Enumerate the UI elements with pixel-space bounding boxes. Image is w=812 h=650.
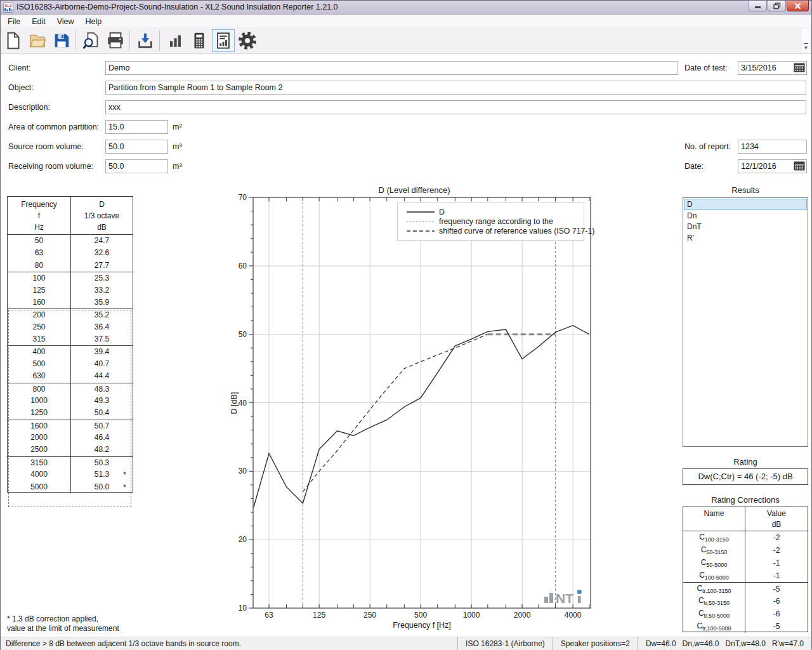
level-cell: 37.5 bbox=[71, 333, 133, 345]
toolbar-calculator-button[interactable] bbox=[188, 29, 211, 52]
receiving-volume-input[interactable] bbox=[105, 159, 168, 173]
toolbar-export-button[interactable] bbox=[134, 29, 157, 52]
svg-text:40: 40 bbox=[239, 399, 247, 408]
freq-header-line: Frequency bbox=[8, 199, 70, 210]
freq-row-315: 31537.5 bbox=[8, 333, 133, 345]
object-input[interactable] bbox=[105, 81, 806, 95]
bar-chart-icon bbox=[166, 31, 185, 50]
close-button[interactable] bbox=[787, 1, 809, 11]
corr-header-unit: dB bbox=[745, 519, 808, 530]
description-input[interactable] bbox=[105, 100, 806, 114]
results-listbox[interactable]: DDnDnTR' bbox=[683, 197, 808, 447]
svg-text:20: 20 bbox=[239, 535, 247, 544]
level-cell: 39.4 bbox=[71, 346, 133, 357]
result-item-d[interactable]: D bbox=[684, 199, 807, 210]
menu-item-file[interactable]: File bbox=[2, 16, 26, 27]
freq-row-250: 25036.4 bbox=[8, 321, 133, 333]
corr-header-value: Value bbox=[745, 508, 808, 519]
level-cell: 32.6 bbox=[71, 247, 133, 259]
toolbar-preview-button[interactable] bbox=[80, 29, 103, 52]
footnote: * 1.3 dB correction applied, value at th… bbox=[7, 614, 119, 633]
frequency-table: Frequency f Hz D 1/3 octave dB 5024.7633… bbox=[7, 196, 133, 493]
svg-text:D (Level difference): D (Level difference) bbox=[378, 185, 450, 195]
receiving-volume-unit: m³ bbox=[173, 160, 182, 174]
date-calendar-button[interactable] bbox=[793, 161, 806, 172]
source-volume-input[interactable] bbox=[105, 140, 168, 154]
freq-cell: 500 bbox=[8, 358, 71, 370]
status-message: Difference > 8 dB between adjacent 1/3 o… bbox=[1, 639, 457, 648]
svg-text:2000: 2000 bbox=[514, 611, 531, 620]
freq-header-line: dB bbox=[71, 222, 133, 233]
result-item-dnt[interactable]: DnT bbox=[684, 221, 807, 232]
freq-row-1000: 100049.3 bbox=[8, 395, 133, 407]
correction-row: Ctr,100-5000-5 bbox=[683, 620, 808, 633]
svg-text:frequency range according to t: frequency range according to the bbox=[439, 217, 553, 226]
toolbar-overflow-button[interactable]: ▼ bbox=[802, 29, 810, 52]
freq-row-160: 16035.9 bbox=[8, 296, 133, 308]
area-input[interactable] bbox=[105, 120, 168, 134]
chart-canvas: 1020304050607063125250500100020004000D (… bbox=[210, 183, 598, 637]
minimize-icon bbox=[754, 3, 761, 9]
report-no-input[interactable] bbox=[738, 140, 807, 154]
footnote-line: value at the limit of measurement bbox=[7, 624, 119, 633]
source-volume-label: Source room volume: bbox=[8, 140, 84, 154]
results-title: Results bbox=[683, 185, 808, 195]
result-item-dn[interactable]: Dn bbox=[684, 210, 807, 222]
correction-name: Ctr,100-3150 bbox=[683, 583, 745, 595]
level-cell: 27.7 bbox=[71, 260, 133, 272]
freq-cell: 80 bbox=[8, 260, 71, 272]
date-of-test-calendar-button[interactable] bbox=[793, 63, 806, 74]
restore-button[interactable] bbox=[768, 1, 786, 11]
result-item-r[interactable]: R' bbox=[684, 232, 807, 244]
toolbar-report-button[interactable] bbox=[212, 29, 235, 52]
client-input[interactable] bbox=[105, 61, 678, 75]
print-preview-icon bbox=[82, 31, 101, 50]
menu-item-help[interactable]: Help bbox=[80, 16, 108, 27]
new-document-icon bbox=[4, 31, 23, 50]
svg-text:125: 125 bbox=[313, 611, 325, 620]
freq-row-2500: 250048.2 bbox=[8, 444, 133, 456]
toolbar-open-button[interactable] bbox=[26, 29, 49, 52]
calculator-icon bbox=[190, 31, 209, 50]
toolbar-save-button[interactable] bbox=[50, 29, 73, 52]
svg-text:D [dB]: D [dB] bbox=[230, 392, 239, 415]
freq-header-line: D bbox=[71, 199, 133, 210]
svg-text:50: 50 bbox=[239, 330, 247, 339]
level-cell: 48.3 bbox=[71, 383, 133, 395]
freq-row-630: 63044.4 bbox=[8, 370, 133, 382]
level-cell: 50.4 bbox=[71, 407, 133, 419]
freq-cell: 50 bbox=[8, 235, 71, 247]
freq-header-line: 1/3 octave bbox=[71, 210, 133, 222]
level-cell: 40.7 bbox=[71, 358, 133, 370]
correction-value: -5 bbox=[745, 585, 808, 594]
correction-value: -6 bbox=[745, 597, 808, 606]
level-cell: 44.4 bbox=[71, 370, 133, 382]
toolbar-print-button[interactable] bbox=[104, 29, 127, 52]
menu-item-view[interactable]: View bbox=[51, 16, 80, 27]
correction-value: -2 bbox=[745, 546, 808, 555]
freq-cell: 400 bbox=[8, 346, 71, 357]
minimize-button[interactable] bbox=[749, 1, 767, 11]
open-folder-icon bbox=[28, 31, 47, 50]
svg-text:Frequency f [Hz]: Frequency f [Hz] bbox=[393, 621, 451, 630]
freq-row-2000: 200046.4 bbox=[8, 432, 133, 444]
svg-text:30: 30 bbox=[239, 467, 247, 475]
toolbar-new-button[interactable] bbox=[2, 29, 25, 52]
correction-value: -1 bbox=[745, 559, 808, 567]
overflow-bar bbox=[804, 43, 808, 44]
status-speaker-positions: Speaker positions=2 bbox=[553, 637, 638, 650]
toolbar: ▼ bbox=[1, 27, 811, 54]
report-no-label: No. of report: bbox=[684, 140, 731, 154]
corr-header-name: Name bbox=[683, 508, 745, 519]
area-unit: m² bbox=[173, 121, 182, 135]
freq-row-400: 40039.4 bbox=[8, 345, 133, 357]
export-download-icon bbox=[136, 31, 155, 50]
toolbar-chart-button[interactable] bbox=[164, 29, 187, 52]
freq-row-800: 80048.3 bbox=[8, 383, 133, 395]
menu-item-edit[interactable]: Edit bbox=[26, 16, 51, 27]
level-cell: 50.3 bbox=[71, 457, 133, 468]
toolbar-settings-button[interactable] bbox=[236, 29, 259, 52]
save-floppy-icon bbox=[52, 31, 71, 50]
status-standard: ISO 16283-1 (Airborne) bbox=[457, 637, 553, 650]
freq-cell: 250 bbox=[8, 321, 71, 333]
